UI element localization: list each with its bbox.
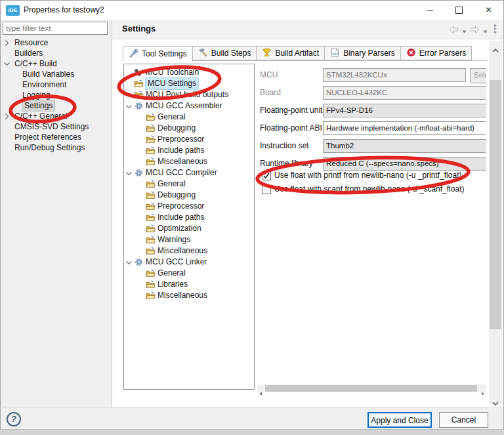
checkbox-checked[interactable] bbox=[262, 171, 271, 180]
sidebar-item-resource[interactable]: Resource bbox=[0, 37, 112, 48]
form-field-runtime-library[interactable]: Reduced C (--specs=nano.specs) bbox=[323, 157, 486, 171]
folder-icon bbox=[146, 236, 156, 244]
maximize-button[interactable] bbox=[444, 1, 474, 20]
close-icon: ✕ bbox=[485, 5, 492, 14]
sidebar-item-label: Logging bbox=[22, 90, 51, 100]
sidebar-item-c-c-general[interactable]: C/C++ General bbox=[0, 111, 112, 121]
form-field-floating-point-unit[interactable]: FPv4-SP-D16 bbox=[323, 104, 486, 117]
tool-tree-item-label: General bbox=[158, 178, 186, 190]
tool-tree-item-mcu-toolchain[interactable]: MCU Toolchain bbox=[124, 67, 254, 78]
vertical-scrollbar-thumb[interactable] bbox=[490, 80, 501, 329]
folder-icon bbox=[146, 247, 156, 255]
sidebar-item-environment[interactable]: Environment bbox=[0, 79, 112, 90]
forward-menu-caret-icon[interactable] bbox=[483, 24, 488, 36]
sidebar-item-project-references[interactable]: Project References bbox=[0, 132, 112, 142]
sidebar-item-label: Environment bbox=[22, 79, 66, 90]
help-button[interactable]: ? bbox=[7, 412, 21, 426]
tool-tree-item-mcu-post-build-outputs[interactable]: MCU Post build outputs bbox=[124, 89, 254, 100]
form-label-floating-point-unit: Floating-point unit bbox=[260, 106, 322, 115]
tool-tree-item-label: Miscellaneous bbox=[158, 290, 207, 301]
tool-gear-icon bbox=[134, 102, 144, 110]
chevron-down-icon[interactable] bbox=[3, 60, 10, 68]
mcu-select-button[interactable]: Select... bbox=[470, 68, 486, 83]
tool-tree-item-libraries[interactable]: Libraries bbox=[124, 279, 254, 290]
tool-tree-item-label: Debugging bbox=[158, 190, 196, 201]
tab-error-parsers[interactable]: Error Parsers bbox=[401, 46, 472, 60]
vertical-scrollbar[interactable] bbox=[489, 41, 502, 405]
tool-tree-item-debugging[interactable]: Debugging bbox=[124, 123, 254, 134]
sidebar-item-settings[interactable]: Settings bbox=[0, 100, 112, 111]
settings-content: Tool SettingsBuild StepsBuild Artifact01… bbox=[112, 39, 503, 407]
horizontal-scrollbar[interactable] bbox=[257, 384, 486, 392]
sidebar-item-label: C/C++ General bbox=[14, 111, 68, 121]
tool-tree-item-preprocessor[interactable]: Preprocessor bbox=[124, 201, 254, 212]
tool-tree-item-general[interactable]: General bbox=[124, 268, 254, 279]
tool-tree-item-preprocessor[interactable]: Preprocessor bbox=[124, 134, 254, 145]
form-field-floating-point-abi[interactable]: Hardware implementation (-mfloat-abi=har… bbox=[323, 121, 486, 135]
sidebar-item-c-c-build[interactable]: C/C++ Build bbox=[0, 58, 112, 69]
sidebar-item-cmsis-svd-settings[interactable]: CMSIS-SVD Settings bbox=[0, 121, 112, 132]
form-label-instruction-set: Instruction set bbox=[260, 141, 309, 150]
tool-tree-item-miscellaneous[interactable]: Miscellaneous bbox=[124, 156, 254, 167]
scroll-up-icon[interactable] bbox=[492, 44, 499, 49]
minimize-icon bbox=[427, 10, 433, 10]
apply-and-close-button[interactable]: Apply and Close bbox=[368, 412, 432, 428]
sidebar-item-label: Run/Debug Settings bbox=[14, 142, 85, 153]
folder-icon bbox=[146, 202, 156, 211]
cancel-button[interactable]: Cancel bbox=[439, 412, 488, 428]
tool-tree-item-mcu-gcc-compiler[interactable]: MCU GCC Compiler bbox=[124, 167, 254, 178]
folder-icon bbox=[146, 291, 156, 300]
scroll-left-icon[interactable] bbox=[259, 386, 262, 390]
tool-tree-item-label: Include paths bbox=[158, 212, 204, 223]
mcu-settings-form: MCUSTM32L432KCUxSelect...BoardNUCLEO-L43… bbox=[260, 64, 486, 390]
tool-tree-item-debugging[interactable]: Debugging bbox=[124, 190, 254, 201]
tool-tree-item-mcu-settings[interactable]: MCU Settings bbox=[124, 78, 254, 89]
tool-tree-item-optimization[interactable]: Optimization bbox=[124, 223, 254, 234]
back-menu-caret-icon[interactable] bbox=[462, 24, 467, 36]
tab-label: Build Steps bbox=[211, 49, 251, 58]
close-button[interactable]: ✕ bbox=[474, 1, 503, 20]
tool-tree-item-mcu-gcc-linker[interactable]: MCU GCC Linker bbox=[124, 257, 254, 268]
horizontal-scrollbar-thumb[interactable] bbox=[265, 385, 477, 392]
form-field-mcu[interactable]: STM32L432KCUx bbox=[323, 68, 466, 82]
tab-build-steps[interactable]: Build Steps bbox=[193, 46, 257, 60]
back-arrow-icon[interactable] bbox=[449, 24, 459, 36]
sidebar-item-run-debug-settings[interactable]: Run/Debug Settings bbox=[0, 142, 112, 153]
tool-tree-item-mcu-gcc-assembler[interactable]: MCU GCC Assembler bbox=[124, 100, 254, 112]
tool-settings-tree: MCU ToolchainMCU SettingsMCU Post build … bbox=[123, 64, 255, 390]
tool-tree-item-include-paths[interactable]: Include paths bbox=[124, 212, 254, 223]
sidebar-item-logging[interactable]: Logging bbox=[0, 90, 112, 100]
tool-tree-item-miscellaneous[interactable]: Miscellaneous bbox=[124, 290, 254, 301]
chevron-right-icon[interactable] bbox=[3, 39, 10, 47]
folder-icon bbox=[146, 157, 156, 166]
filter-input[interactable] bbox=[3, 22, 108, 35]
chevron-down-icon[interactable] bbox=[125, 259, 133, 266]
error-parsers-icon bbox=[406, 48, 416, 59]
tab-binary-parsers[interactable]: 010Binary Parsers bbox=[325, 46, 401, 60]
chevron-right-icon[interactable] bbox=[3, 112, 10, 120]
chevron-down-icon[interactable] bbox=[125, 102, 133, 110]
form-field-instruction-set[interactable]: Thumb2 bbox=[323, 139, 486, 153]
tool-tree-item-include-paths[interactable]: Include paths bbox=[124, 145, 254, 156]
folder-icon bbox=[146, 191, 156, 199]
tool-tree-item-general[interactable]: General bbox=[124, 178, 254, 190]
checkbox-unchecked[interactable] bbox=[262, 185, 271, 194]
tool-tree-item-miscellaneous[interactable]: Miscellaneous bbox=[124, 245, 254, 257]
minimize-button[interactable] bbox=[415, 1, 444, 20]
tool-tree-item-label: General bbox=[158, 268, 186, 279]
forward-arrow-icon[interactable] bbox=[470, 24, 480, 36]
chevron-down-icon[interactable] bbox=[125, 169, 133, 176]
sidebar-item-builders[interactable]: Builders bbox=[0, 48, 112, 58]
scroll-down-icon[interactable] bbox=[492, 397, 499, 402]
sidebar-item-build-variables[interactable]: Build Variables bbox=[0, 69, 112, 79]
app-icon: IDE bbox=[6, 5, 20, 16]
form-field-board[interactable]: NUCLEO-L432KC bbox=[323, 86, 486, 100]
scroll-right-icon[interactable] bbox=[481, 386, 485, 390]
folder-icon bbox=[134, 79, 144, 88]
settings-header: Settings bbox=[112, 20, 503, 39]
tab-build-artifact[interactable]: Build Artifact bbox=[257, 46, 325, 60]
tool-tree-item-general[interactable]: General bbox=[124, 112, 254, 123]
tab-tool-settings[interactable]: Tool Settings bbox=[123, 46, 193, 62]
tool-tree-item-warnings[interactable]: Warnings bbox=[124, 234, 254, 245]
view-menu-icon[interactable] bbox=[494, 24, 497, 36]
